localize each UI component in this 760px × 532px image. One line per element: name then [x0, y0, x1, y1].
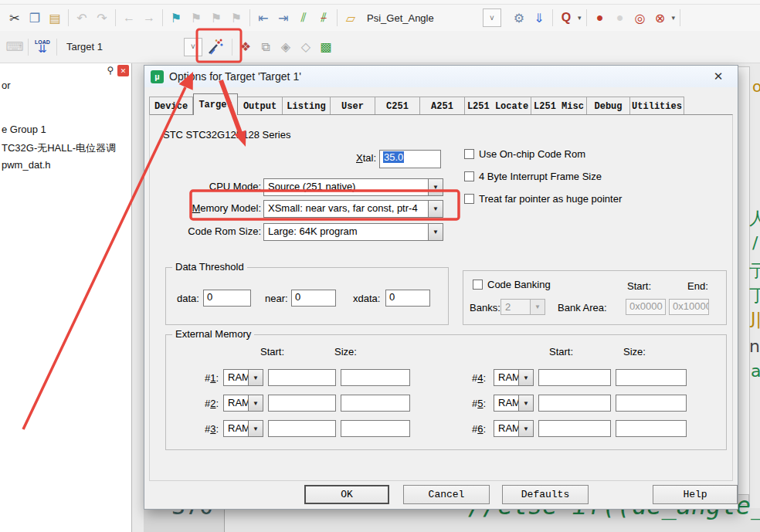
- tab-l251-locate[interactable]: L251 Locate: [465, 97, 531, 115]
- mem1-size-input[interactable]: [341, 369, 410, 386]
- mem1-start-input[interactable]: [268, 369, 336, 386]
- search-settings-icon[interactable]: ⚙: [509, 8, 529, 28]
- paste-icon[interactable]: ▤: [45, 8, 65, 28]
- undo-icon[interactable]: ↶: [72, 8, 92, 28]
- combo-arrow-icon[interactable]: ▼: [518, 420, 534, 437]
- search-next-icon[interactable]: ⇓: [529, 8, 549, 28]
- breakpoint-enable-icon[interactable]: ●: [610, 8, 630, 28]
- mem3-start-input[interactable]: [268, 420, 336, 437]
- cpu-mode-combo[interactable]: Source (251 native)▼: [263, 178, 443, 196]
- mem5-start-input[interactable]: [538, 395, 611, 412]
- find-in-files-icon[interactable]: ▱: [341, 8, 361, 28]
- mem4-type-combo[interactable]: RAM▼: [494, 369, 534, 386]
- copy-icon[interactable]: ❐: [25, 8, 45, 28]
- combo-arrow-icon[interactable]: ▼: [518, 369, 534, 386]
- mem4-start-input[interactable]: [538, 369, 611, 386]
- use-onchip-code-rom-checkbox[interactable]: Use On-chip Code Rom: [464, 148, 585, 160]
- code-rom-size-combo[interactable]: Large: 64K program▼: [263, 223, 443, 241]
- mem3-size-input[interactable]: [341, 420, 410, 437]
- pin-icon[interactable]: ⚲: [105, 65, 116, 76]
- tree-item[interactable]: TC32G-无HALL-电位器调: [2, 141, 116, 155]
- multi-window-icon[interactable]: ⧉: [256, 37, 276, 57]
- tab-listing[interactable]: Listing: [283, 97, 331, 115]
- mem4-size-input[interactable]: [616, 369, 687, 386]
- ok-button[interactable]: OK: [304, 485, 389, 504]
- editor-vertical-scrollbar[interactable]: [737, 66, 750, 507]
- manage-project-items-icon[interactable]: ❖: [236, 37, 256, 57]
- dialog-titlebar[interactable]: µ Options for Target 'Target 1': [144, 66, 738, 87]
- lookup-icon[interactable]: Q: [556, 8, 576, 28]
- tab-output[interactable]: Output: [238, 97, 283, 115]
- bookmark-prev-icon[interactable]: ⚑: [206, 8, 226, 28]
- combo-arrow-icon[interactable]: ▼: [248, 369, 263, 386]
- breakpoint-toggle-icon[interactable]: ●: [590, 8, 610, 28]
- bookmark-next-icon[interactable]: ⚑: [186, 8, 206, 28]
- tab-c251[interactable]: C251: [375, 97, 420, 115]
- mem5-type-combo[interactable]: RAM▼: [494, 395, 534, 412]
- tab-device[interactable]: Device: [149, 97, 193, 115]
- uncomment-icon[interactable]: ⫽: [314, 8, 334, 28]
- lookup-caret-icon[interactable]: ▾: [578, 14, 582, 22]
- tab-target[interactable]: Target: [193, 93, 238, 115]
- mem6-size-input[interactable]: [616, 420, 687, 437]
- mem2-size-input[interactable]: [341, 395, 410, 412]
- redo-icon[interactable]: ↷: [92, 8, 112, 28]
- start-column-header: Start:: [549, 346, 573, 357]
- combo-arrow-icon[interactable]: ▼: [428, 223, 443, 241]
- code-banking-checkbox[interactable]: Code Banking: [473, 279, 551, 290]
- tree-item[interactable]: e Group 1: [2, 124, 46, 135]
- load-application-icon[interactable]: LOAD ⇊: [32, 36, 53, 58]
- indent-icon[interactable]: ⇥: [273, 8, 293, 28]
- target-combo-arrow[interactable]: ˅: [184, 38, 202, 56]
- mem6-start-input[interactable]: [538, 420, 611, 437]
- combo-arrow-icon[interactable]: ▼: [518, 395, 534, 412]
- cut-icon[interactable]: ✂: [5, 8, 25, 28]
- near-input[interactable]: 0: [291, 290, 336, 307]
- combo-arrow-icon[interactable]: ▼: [248, 395, 263, 412]
- breakpoint-kill-all-icon[interactable]: ⊗: [650, 8, 670, 28]
- help-button[interactable]: Help: [653, 485, 738, 504]
- xtal-input[interactable]: 35.0: [379, 150, 441, 168]
- mem3-type-combo[interactable]: RAM▼: [223, 420, 263, 437]
- target-select-combo[interactable]: Target 1: [60, 41, 164, 53]
- comment-icon[interactable]: ⫽: [293, 8, 314, 28]
- tab-user[interactable]: User: [331, 97, 375, 115]
- tab-debug[interactable]: Debug: [587, 97, 630, 115]
- close-panel-icon[interactable]: ✕: [117, 65, 129, 76]
- options-for-target-icon[interactable]: [202, 37, 229, 57]
- combo-arrow-icon[interactable]: ▼: [428, 200, 443, 218]
- mem1-type-combo[interactable]: RAM▼: [223, 369, 263, 386]
- search-term-combo[interactable]: Psi_Get_Angle: [361, 12, 472, 24]
- combo-arrow-icon[interactable]: ▼: [248, 420, 263, 437]
- pack-installer-icon[interactable]: ▩: [316, 37, 336, 57]
- mem5-size-input[interactable]: [616, 395, 687, 412]
- mem2-start-input[interactable]: [268, 395, 336, 412]
- breakpoint-disable-all-icon[interactable]: ◎: [630, 8, 650, 28]
- tree-item[interactable]: pwm_dat.h: [2, 159, 51, 171]
- memory-model-combo[interactable]: XSmall: near vars, far const, ptr-4▼: [263, 200, 443, 218]
- dialog-close-icon[interactable]: ✕: [710, 69, 727, 84]
- nav-back-icon[interactable]: ←: [119, 8, 139, 28]
- flash-download-icon[interactable]: ⌨: [5, 37, 25, 57]
- breakpoint-caret-icon[interactable]: ▾: [672, 14, 676, 22]
- tab-a251[interactable]: A251: [420, 97, 465, 115]
- flash-diamond-icon[interactable]: ◈: [276, 37, 296, 57]
- unindent-icon[interactable]: ⇤: [253, 8, 273, 28]
- bookmark-toggle-icon[interactable]: ⚑: [166, 8, 186, 28]
- flash-diamond-alt-icon[interactable]: ◇: [296, 37, 316, 57]
- tab-l251-misc[interactable]: L251 Misc: [531, 97, 587, 115]
- tab-utilities[interactable]: Utilities: [630, 97, 684, 115]
- data-input[interactable]: 0: [203, 290, 251, 307]
- four-byte-interrupt-checkbox[interactable]: 4 Byte Interrupt Frame Size: [464, 171, 602, 182]
- cancel-button[interactable]: Cancel: [403, 485, 490, 504]
- defaults-button[interactable]: Defaults: [502, 485, 589, 504]
- far-pointer-huge-checkbox[interactable]: Treat far pointer as huge pointer: [464, 193, 622, 205]
- xdata-input[interactable]: 0: [385, 290, 430, 307]
- nav-forward-icon[interactable]: →: [139, 8, 159, 28]
- bookmark-clear-icon[interactable]: ⚑: [226, 8, 246, 28]
- mem6-type-combo[interactable]: RAM▼: [494, 420, 534, 437]
- mem2-type-combo[interactable]: RAM▼: [223, 395, 263, 412]
- search-combo-arrow[interactable]: ˅: [483, 8, 501, 27]
- tree-item[interactable]: or: [2, 80, 11, 91]
- combo-arrow-icon[interactable]: ▼: [428, 178, 443, 196]
